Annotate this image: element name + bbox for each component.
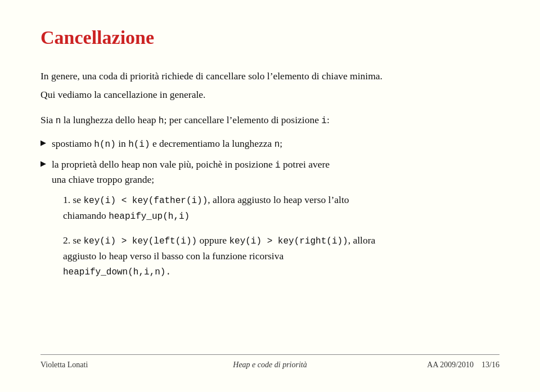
numbered-list: 1. se key(i) < key(father(i)), allora ag… — [63, 192, 500, 279]
code-hi: h(i) — [128, 139, 150, 150]
bullet-list: spostiamo h(n) in h(i) e decrementiamo l… — [40, 136, 500, 187]
footer-author: Violetta Lonati — [40, 361, 194, 370]
footer-page: 13/16 — [482, 361, 500, 369]
code-heapify-up: heapify_up(h,i) — [109, 211, 190, 222]
numbered-item-2: 2. se key(i) > key(left(i)) oppure key(i… — [63, 233, 500, 280]
code-key-right: key(i) > key(right(i)) — [229, 236, 348, 246]
bullet-arrow-2 — [40, 157, 46, 169]
slide-title: Cancellazione — [40, 27, 500, 48]
code-h: h — [159, 116, 164, 126]
bullet-text-1: spostiamo h(n) in h(i) e decrementiamo l… — [52, 136, 500, 151]
footer-year: AA 2009/2010 — [427, 361, 474, 369]
bullet-arrow-1 — [40, 137, 46, 148]
slide-footer: Violetta Lonati Heap e code di priorità … — [40, 354, 500, 370]
section-header: Sia n la lunghezza dello heap h; per can… — [40, 112, 500, 128]
footer-title: Heap e code di priorità — [194, 361, 346, 370]
intro-line1: In genere, una coda di priorità richiede… — [40, 69, 500, 84]
slide-content: In genere, una coda di priorità richiede… — [40, 69, 500, 349]
footer-info: AA 2009/2010 13/16 — [346, 361, 500, 370]
code-key-left: key(i) > key(left(i)) — [83, 236, 197, 246]
code-key-father: key(i) < key(father(i)) — [83, 196, 208, 206]
bullet-item-1: spostiamo h(n) in h(i) e decrementiamo l… — [40, 136, 500, 151]
numbered-item-1: 1. se key(i) < key(father(i)), allora ag… — [63, 192, 500, 224]
slide: Cancellazione In genere, una coda di pri… — [0, 0, 540, 392]
intro-paragraph: In genere, una coda di priorità richiede… — [40, 69, 500, 102]
code-i: i — [321, 116, 327, 126]
intro-line3: Qui vediamo la cancellazione in generale… — [40, 87, 500, 102]
code-i2: i — [275, 160, 281, 170]
code-n2: n — [274, 139, 280, 150]
bullet-item-2: la proprietà dello heap non vale più, po… — [40, 157, 500, 187]
code-n: n — [56, 116, 61, 126]
bullet-text-2: la proprietà dello heap non vale più, po… — [52, 157, 500, 187]
code-heapify-down: heapify_down(h,i,n). — [63, 267, 171, 277]
code-hn: h(n) — [94, 139, 115, 150]
